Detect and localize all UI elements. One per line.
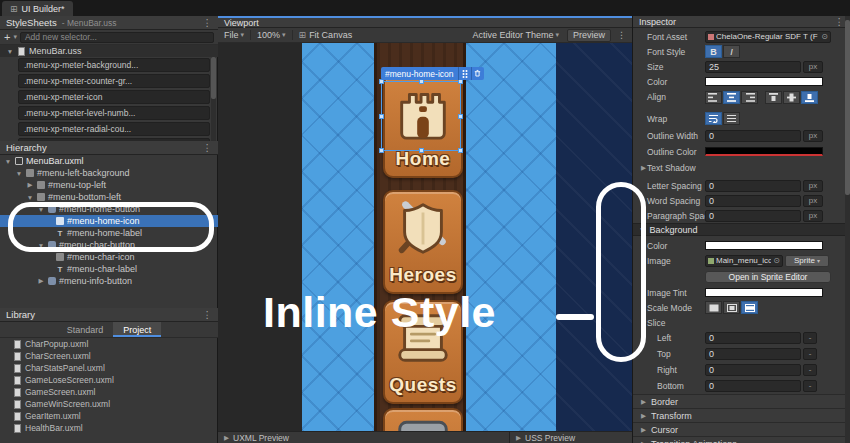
bold-toggle[interactable]: B bbox=[705, 45, 722, 58]
foldout-icon[interactable]: ▼ bbox=[4, 158, 12, 165]
file-menu-arrow-icon[interactable]: ▾ bbox=[241, 31, 245, 39]
stylesheets-menu-icon[interactable]: ⋮ bbox=[203, 17, 213, 28]
word-spacing-input[interactable]: 0 bbox=[705, 195, 801, 207]
align-top-toggle[interactable] bbox=[765, 91, 782, 104]
align-center-toggle[interactable] bbox=[723, 91, 740, 104]
stylesheet-foldout-icon[interactable]: ▼ bbox=[6, 48, 14, 55]
slice-bottom-unit-dropdown[interactable]: - bbox=[803, 380, 817, 392]
foldout-icon[interactable]: ▶ bbox=[37, 277, 45, 285]
text-shadow-foldout[interactable]: ▶ Text Shadow bbox=[633, 160, 850, 175]
selection-delete-button[interactable] bbox=[471, 67, 484, 80]
library-item[interactable]: GameLoseScreen.uxml bbox=[0, 374, 218, 386]
selection-rect[interactable] bbox=[381, 81, 461, 151]
paragraph-spacing-unit-dropdown[interactable]: px bbox=[803, 210, 823, 222]
hierarchy-item-char-icon[interactable]: #menu-char-icon bbox=[0, 251, 218, 263]
slice-top-input[interactable]: 0 bbox=[705, 348, 801, 360]
uss-preview-foldout-icon[interactable]: ▶ bbox=[516, 434, 521, 442]
outline-width-input[interactable]: 0 bbox=[705, 130, 801, 142]
selection-handle[interactable] bbox=[379, 148, 384, 153]
library-item[interactable]: GearItem.uxml bbox=[0, 410, 218, 422]
library-tab-project[interactable]: Project bbox=[113, 322, 161, 337]
library-item[interactable]: GameScreen.uxml bbox=[0, 386, 218, 398]
align-bottom-toggle[interactable] bbox=[801, 91, 818, 104]
text-shadow-foldout-icon[interactable]: ▶ bbox=[633, 164, 647, 172]
slice-top-unit-dropdown[interactable]: - bbox=[803, 348, 817, 360]
cursor-foldout-icon[interactable]: ▶ bbox=[641, 426, 646, 434]
border-section[interactable]: ▶ Border bbox=[633, 394, 850, 408]
uxml-preview-pane[interactable]: ▶ UXML Preview bbox=[218, 432, 510, 443]
library-item[interactable]: CharStatsPanel.uxml bbox=[0, 362, 218, 374]
hierarchy-item-left-background[interactable]: ▼ #menu-left-background bbox=[0, 167, 218, 179]
background-color-swatch[interactable] bbox=[705, 241, 823, 250]
stylesheets-root-row[interactable]: ▼ MenuBar.uss bbox=[0, 45, 218, 57]
zoom-dropdown[interactable]: 100% bbox=[257, 30, 280, 40]
font-asset-field[interactable]: ChelaOne-Regular SDF T (F ⊙ bbox=[705, 31, 831, 43]
hierarchy-item-menubar[interactable]: ▼ MenuBar.uxml bbox=[0, 155, 218, 167]
preview-toggle[interactable]: Preview bbox=[567, 29, 611, 42]
uss-selector[interactable]: .menu-xp-meter-counter-gr... bbox=[18, 74, 210, 88]
outline-color-swatch[interactable] bbox=[705, 147, 823, 156]
slice-right-unit-dropdown[interactable]: - bbox=[803, 364, 817, 376]
foldout-icon[interactable]: ▼ bbox=[15, 170, 23, 177]
heroes-button-art[interactable]: Heroes bbox=[383, 190, 463, 294]
background-image-field[interactable]: Main_menu_icor ⊙ bbox=[705, 255, 783, 267]
paragraph-spacing-input[interactable]: 0 bbox=[705, 210, 801, 222]
open-sprite-editor-button[interactable]: Open in Sprite Editor bbox=[705, 271, 831, 283]
transform-foldout-icon[interactable]: ▶ bbox=[641, 412, 646, 420]
transform-section[interactable]: ▶ Transform bbox=[633, 408, 850, 422]
zoom-arrow-icon[interactable]: ▾ bbox=[282, 31, 286, 39]
hierarchy-item-info-button[interactable]: ▶ #menu-info-button bbox=[0, 275, 218, 287]
letter-spacing-input[interactable]: 0 bbox=[705, 180, 801, 192]
hierarchy-item-char-label[interactable]: T #menu-char-label bbox=[0, 263, 218, 275]
editor-theme-dropdown[interactable]: Active Editor Theme bbox=[473, 30, 554, 40]
stylesheets-scrollbar[interactable] bbox=[211, 57, 216, 141]
library-item[interactable]: GameWinScreen.uxml bbox=[0, 398, 218, 410]
viewport-menu-icon[interactable]: ⋮ bbox=[617, 30, 626, 40]
italic-toggle[interactable]: I bbox=[723, 45, 740, 58]
uss-selector[interactable]: .menu-xp-meter-background... bbox=[18, 58, 210, 72]
selection-handle[interactable] bbox=[458, 114, 463, 119]
align-left-toggle[interactable] bbox=[705, 91, 722, 104]
transition-animations-section[interactable]: ▶ Transition Animations bbox=[633, 436, 850, 443]
selection-drag-handle[interactable] bbox=[458, 67, 471, 80]
add-selector-plus-icon[interactable]: + bbox=[4, 32, 10, 42]
library-menu-icon[interactable]: ⋮ bbox=[203, 309, 213, 320]
uss-preview-pane[interactable]: ▶ USS Preview bbox=[510, 432, 632, 443]
foldout-icon[interactable]: ▼ bbox=[26, 194, 34, 201]
wrap-on-toggle[interactable] bbox=[705, 112, 722, 125]
library-item[interactable]: CharScreen.uxml bbox=[0, 350, 218, 362]
selection-handle[interactable] bbox=[419, 148, 424, 153]
add-selector-dropdown-icon[interactable]: ▾ bbox=[13, 33, 17, 41]
uss-selector[interactable]: .menu-xp-meter-level-numb... bbox=[18, 106, 210, 120]
editor-theme-arrow-icon[interactable]: ▾ bbox=[555, 31, 559, 39]
cursor-section[interactable]: ▶ Cursor bbox=[633, 422, 850, 436]
slice-foldout[interactable]: ▼ Slice bbox=[633, 315, 850, 330]
hierarchy-menu-icon[interactable]: ⋮ bbox=[203, 142, 213, 153]
uss-selector[interactable]: .menu-xp-meter-icon bbox=[18, 90, 210, 104]
library-tab-standard[interactable]: Standard bbox=[57, 322, 114, 337]
outline-width-unit-dropdown[interactable]: px bbox=[803, 130, 823, 142]
fit-canvas-button[interactable]: Fit Canvas bbox=[309, 30, 352, 40]
size-unit-dropdown[interactable]: px bbox=[803, 61, 823, 73]
inspector-menu-icon[interactable]: ⋮ bbox=[835, 16, 845, 27]
hierarchy-item-top-left[interactable]: ▶ #menu-top-left bbox=[0, 179, 218, 191]
color-swatch[interactable] bbox=[705, 77, 823, 86]
selection-handle[interactable] bbox=[379, 114, 384, 119]
slice-bottom-input[interactable]: 0 bbox=[705, 380, 801, 392]
uxml-preview-foldout-icon[interactable]: ▶ bbox=[224, 434, 229, 442]
object-picker-icon[interactable]: ⊙ bbox=[821, 32, 828, 41]
slice-left-input[interactable]: 0 bbox=[705, 332, 801, 344]
scale-mode-crop-toggle[interactable] bbox=[723, 301, 740, 314]
size-input[interactable]: 25 bbox=[705, 61, 801, 73]
wrap-off-toggle[interactable] bbox=[723, 112, 740, 125]
slice-right-input[interactable]: 0 bbox=[705, 364, 801, 376]
file-menu[interactable]: File bbox=[224, 30, 239, 40]
fourth-button-art[interactable] bbox=[383, 408, 463, 431]
image-tint-swatch[interactable] bbox=[705, 288, 823, 297]
border-foldout-icon[interactable]: ▶ bbox=[641, 398, 646, 406]
foldout-icon[interactable]: ▶ bbox=[26, 181, 34, 189]
inspector-scrollbar[interactable] bbox=[845, 16, 850, 443]
fit-canvas-icon[interactable]: ⊞ bbox=[299, 30, 307, 40]
scale-mode-stretch-toggle[interactable] bbox=[705, 301, 722, 314]
window-tab[interactable]: ⊞ UI Builder* bbox=[2, 1, 73, 16]
